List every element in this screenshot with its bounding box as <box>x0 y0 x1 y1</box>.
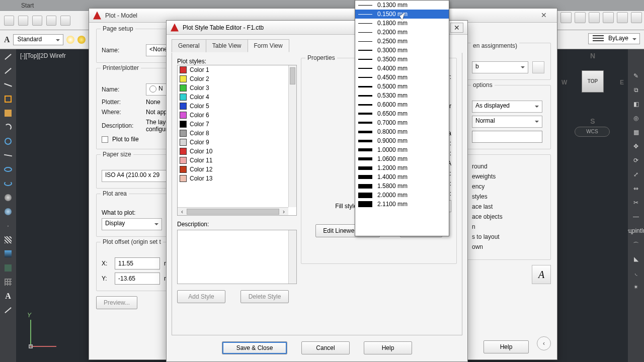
cancel-button[interactable]: Cancel <box>301 341 350 354</box>
scrollbar-horizontal[interactable]: ‹› <box>178 207 288 215</box>
lineweight-dropdown[interactable]: 0.1300 mm0.1500 mm0.1800 mm0.2000 mm0.25… <box>355 0 449 236</box>
lineweight-option[interactable]: 0.4000 mm <box>355 64 449 73</box>
line-tool-icon[interactable] <box>3 51 14 62</box>
dpi-input[interactable] <box>472 131 542 143</box>
textstyle-icon[interactable]: A <box>4 36 10 44</box>
help-button[interactable]: Help <box>364 341 412 354</box>
tab-table-view[interactable]: Table View <box>206 39 248 52</box>
plot-style-item[interactable]: Color 9 <box>178 138 288 147</box>
close-icon[interactable]: ✕ <box>535 11 553 21</box>
plot-option-item[interactable]: ace objects <box>472 213 545 220</box>
polyline-tool-icon[interactable] <box>3 79 14 90</box>
text-tool-icon[interactable]: A <box>3 291 14 302</box>
rotate-icon[interactable]: ⟳ <box>630 155 641 166</box>
plot-style-item[interactable]: Color 12 <box>178 165 288 174</box>
view-cube[interactable]: N W E TOP S WCS <box>562 53 623 134</box>
dim-tool-icon[interactable] <box>631 12 642 23</box>
viewcube-wcs[interactable]: WCS <box>575 127 610 137</box>
save-close-button[interactable]: Save & Close <box>222 341 287 354</box>
offset-y-input[interactable] <box>115 273 160 285</box>
array-icon[interactable]: ▦ <box>630 127 641 138</box>
ellipse-tool-icon[interactable] <box>3 164 14 175</box>
plot-option-item[interactable]: ace last <box>472 203 545 210</box>
plot-style-item[interactable]: Color 3 <box>178 83 288 93</box>
lineweight-option[interactable]: 1.0600 mm <box>355 154 449 163</box>
lineweight-option[interactable]: 0.7000 mm <box>355 118 449 127</box>
table-tool-icon[interactable] <box>3 277 14 288</box>
move-icon[interactable]: ✥ <box>630 141 641 152</box>
lineweight-option[interactable]: 0.6500 mm <box>355 109 449 118</box>
lineweight-option[interactable]: 0.8000 mm <box>355 127 449 136</box>
plot-style-item[interactable]: Color 1 <box>178 65 288 74</box>
lineweight-option[interactable]: 0.9000 mm <box>355 136 449 145</box>
viewcube-south[interactable]: S <box>562 118 623 125</box>
plot-style-item[interactable]: Color 10 <box>178 147 288 156</box>
plot-styles-list[interactable]: Color 1Color 2Color 3Color 4Color 5Color… <box>177 65 297 216</box>
fillet-icon[interactable]: ◟ <box>630 267 641 279</box>
delete-style-button[interactable]: Delete Style <box>240 290 289 303</box>
dim-tool-icon[interactable] <box>589 12 600 23</box>
lineweight-option[interactable]: 0.2000 mm <box>355 28 449 37</box>
scroll-right-icon[interactable]: › <box>280 208 287 215</box>
bulb-icon[interactable] <box>66 36 74 44</box>
copy-icon[interactable]: ⧉ <box>630 84 641 96</box>
plot-option-item[interactable]: s to layout <box>472 233 545 240</box>
ctb-combo[interactable]: b <box>472 61 528 73</box>
save-icon[interactable] <box>32 16 42 26</box>
viewcube-west[interactable]: W <box>561 79 567 85</box>
plot-option-item[interactable]: n <box>472 223 545 230</box>
help-button[interactable]: Help <box>484 340 529 353</box>
cloud-tool-icon[interactable] <box>3 192 14 203</box>
offset-x-input[interactable] <box>115 257 160 269</box>
lineweight-option[interactable]: 1.4000 mm <box>355 172 449 182</box>
arc-tool-icon[interactable] <box>3 122 14 133</box>
lineweight-option[interactable]: 0.5300 mm <box>355 91 449 100</box>
explode-icon[interactable]: ✴ <box>630 282 641 293</box>
lineweight-option[interactable]: 0.3000 mm <box>355 46 449 55</box>
plot-style-item[interactable]: Color 11 <box>178 156 288 165</box>
circle-tool-icon[interactable] <box>3 136 14 147</box>
description-textarea[interactable] <box>177 230 297 284</box>
polygon-tool-icon[interactable] <box>3 94 14 105</box>
plot-style-item[interactable]: Color 6 <box>178 111 288 120</box>
lineweight-option[interactable]: 1.2000 mm <box>355 163 449 172</box>
plot-style-item[interactable]: Color 2 <box>178 74 288 83</box>
lineweight-option[interactable]: 1.0000 mm <box>355 145 449 154</box>
lineweight-option[interactable]: 0.2500 mm <box>355 37 449 46</box>
tab-form-view[interactable]: Form View <box>248 39 289 52</box>
plot-option-item[interactable]: round <box>472 163 545 170</box>
viewcube-east[interactable]: E <box>620 79 624 85</box>
plot-to-file-checkbox[interactable] <box>102 136 108 143</box>
viewcube-north[interactable]: N <box>562 52 623 59</box>
stretch-icon[interactable]: ⇔ <box>630 183 641 194</box>
tab-general[interactable]: General <box>172 39 206 52</box>
plot-icon[interactable] <box>60 16 70 26</box>
dim-tool-icon[interactable] <box>575 12 586 23</box>
viewport-label[interactable]: [-][Top][2D Wirefr <box>16 49 70 64</box>
plot-style-item[interactable]: Color 5 <box>178 102 288 111</box>
add-style-button[interactable]: Add Style <box>177 290 225 303</box>
rectangle-tool-icon[interactable] <box>3 108 14 119</box>
gradient-tool-icon[interactable] <box>3 248 14 259</box>
viewcube-top[interactable]: TOP <box>582 70 604 93</box>
ctb-edit-icon[interactable] <box>532 61 544 73</box>
expand-dialog-icon[interactable]: ‹ <box>537 336 551 350</box>
shade-plot-combo[interactable]: As displayed <box>472 101 542 113</box>
hatch-tool-icon[interactable] <box>3 234 14 245</box>
lineweight-option[interactable]: 0.5000 mm <box>355 82 449 91</box>
plot-option-item[interactable]: styles <box>472 193 545 200</box>
plot-option-item[interactable]: ency <box>472 183 545 190</box>
lineweight-option[interactable]: 0.6000 mm <box>355 100 449 109</box>
offset-icon[interactable]: ◎ <box>630 113 641 124</box>
plot-option-item[interactable]: own <box>472 243 545 250</box>
xline-tool-icon[interactable] <box>3 65 14 76</box>
region-tool-icon[interactable] <box>3 262 14 274</box>
sun-icon[interactable] <box>77 36 86 44</box>
new-icon[interactable] <box>4 16 14 26</box>
print-icon[interactable] <box>46 16 56 26</box>
dim-tool-icon[interactable] <box>603 12 614 23</box>
open-icon[interactable] <box>18 16 28 26</box>
plot-style-item[interactable]: Color 7 <box>178 120 288 129</box>
plot-style-item[interactable]: Color 13 <box>178 174 288 183</box>
point-tool-icon[interactable]: · <box>3 220 14 231</box>
